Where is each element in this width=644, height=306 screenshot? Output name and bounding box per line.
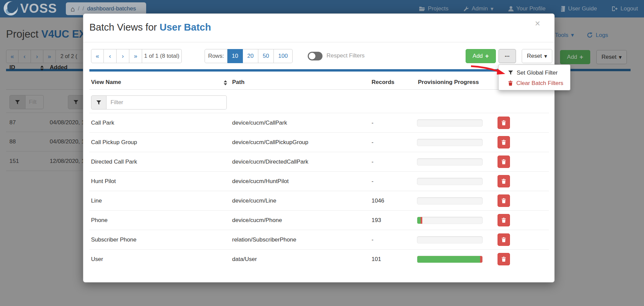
id-cell: 151: [9, 158, 19, 165]
page-count-label: 1 of 1 (8 total): [142, 49, 182, 63]
prev-page-button[interactable]: ‹: [104, 49, 117, 63]
id-cell: 88: [9, 138, 16, 145]
background-table-body: 87 04/08/2020, 1 88 04/08/2020, 1 151 12…: [6, 113, 84, 171]
delete-view-button[interactable]: [498, 253, 510, 265]
path-cell: device/cucm/CallPickupGroup: [232, 139, 308, 146]
id-filter-input[interactable]: [26, 95, 44, 109]
trash-icon: [502, 198, 506, 203]
menu-item-label: Set Global Filter: [517, 70, 558, 76]
provisioning-progress-bar: [417, 158, 483, 166]
rows-option-100[interactable]: 100: [274, 49, 293, 63]
records-cell: 101: [372, 256, 381, 263]
brand-text: VOSS: [20, 1, 57, 16]
trash-icon: [502, 179, 506, 184]
progress-error-segment: [480, 256, 482, 263]
nav-admin[interactable]: Admin ▾: [463, 5, 493, 12]
respect-filters-toggle[interactable]: [308, 52, 323, 60]
provisioning-progress-bar: [417, 119, 483, 127]
first-page-button[interactable]: «: [6, 50, 18, 63]
voss-logo-icon: [3, 1, 18, 16]
delete-view-button[interactable]: [498, 117, 510, 129]
records-cell: 1046: [372, 198, 384, 204]
home-icon[interactable]: ⌂: [71, 5, 75, 12]
add-view-button[interactable]: Add+: [466, 49, 496, 63]
sort-icon[interactable]: [40, 65, 44, 71]
modal-title: Batch Views for User Batch: [89, 22, 211, 33]
filter-funnel-button[interactable]: [91, 95, 106, 110]
nav-user-guide[interactable]: User Guide: [560, 5, 597, 12]
view-table-row: Call Park device/cucm/CallPark -: [89, 113, 549, 133]
background-reset-button[interactable]: Reset▾: [596, 50, 627, 64]
menu-item-label: Clear Batch Filters: [516, 80, 563, 87]
path-cell: device/cucm/CallPark: [232, 120, 287, 126]
sort-icon[interactable]: [224, 80, 227, 85]
view-table-body: Call Park device/cucm/CallPark - Call Pi…: [89, 113, 549, 269]
voss-logo[interactable]: VOSS: [3, 1, 57, 16]
project-name: V4UC EX: [41, 28, 83, 40]
close-icon[interactable]: ×: [535, 19, 540, 28]
trash-icon: [502, 218, 506, 223]
trash-icon: [502, 159, 506, 164]
divider: [6, 69, 83, 71]
delete-view-button[interactable]: [498, 194, 510, 207]
menu-item-clear-batch-filters[interactable]: Clear Batch Filters: [499, 78, 570, 88]
wrench-icon: [463, 6, 469, 12]
nav-logout[interactable]: Logout: [612, 5, 638, 12]
view-name-cell: User: [91, 256, 103, 263]
page-title: Project V4UC EX: [6, 28, 83, 40]
book-icon: [560, 6, 565, 12]
filter-funnel-button[interactable]: [68, 95, 84, 109]
funnel-icon: [96, 100, 101, 105]
prev-page-button[interactable]: ‹: [18, 50, 31, 63]
delete-view-button[interactable]: [498, 136, 510, 148]
view-filter-row: [91, 95, 227, 110]
delete-view-button[interactable]: [498, 214, 510, 226]
last-page-button[interactable]: »: [129, 49, 142, 63]
reset-button[interactable]: Reset▾: [522, 49, 552, 63]
provisioning-progress-bar: [417, 197, 483, 205]
batch-views-modal: Batch Views for User Batch × « ‹ › » 1 o…: [83, 13, 555, 282]
nav-projects-label: Projects: [428, 5, 448, 12]
logs-link[interactable]: Logs: [587, 32, 608, 39]
nav-admin-label: Admin: [472, 5, 488, 12]
nav-your-profile[interactable]: Your Profile: [508, 5, 546, 12]
id-cell: 87: [9, 119, 16, 126]
rows-per-page-selector: Rows: 10 20 50 100: [205, 49, 293, 63]
respect-filters-label: Respect Filters: [327, 52, 364, 59]
delete-view-button[interactable]: [498, 175, 510, 187]
filter-funnel-button[interactable]: [9, 95, 26, 109]
provisioning-progress-bar: [417, 217, 483, 224]
background-add-button[interactable]: Add+: [560, 50, 590, 64]
view-name-column-header[interactable]: View Name: [91, 79, 121, 86]
view-table-row: Line device/cucm/Line 1046: [89, 191, 549, 211]
rows-option-20[interactable]: 20: [243, 49, 258, 63]
view-name-filter-input[interactable]: [106, 95, 227, 110]
delete-view-button[interactable]: [498, 156, 510, 168]
path-cell: device/cucm/Line: [232, 198, 276, 204]
trash-icon: [502, 237, 506, 242]
id-column-header[interactable]: ID: [9, 64, 15, 71]
path-column-header[interactable]: Path: [232, 79, 245, 86]
divider: [89, 89, 549, 90]
added-column-header[interactable]: Added: [50, 64, 68, 71]
delete-view-button[interactable]: [498, 233, 510, 246]
next-page-button[interactable]: ›: [117, 49, 129, 63]
menu-item-set-global-filter[interactable]: Set Global Filter: [499, 68, 570, 78]
path-cell: data/User: [232, 256, 257, 263]
view-name-cell: Subscriber Phone: [91, 236, 136, 243]
background-table-row: 151 12/08/2020, 1: [6, 151, 84, 171]
records-cell: -: [372, 159, 374, 165]
view-name-cell: Phone: [91, 217, 108, 224]
view-table-row: Hunt Pilot device/cucm/HuntPilot -: [89, 172, 549, 191]
nav-projects[interactable]: Projects: [419, 5, 448, 12]
more-actions-button[interactable]: •••: [499, 49, 516, 63]
path-cell: relation/SubscriberPhone: [232, 236, 296, 243]
rows-option-50[interactable]: 50: [258, 49, 274, 63]
first-page-button[interactable]: «: [91, 49, 104, 63]
next-page-button[interactable]: ›: [31, 50, 43, 63]
last-page-button[interactable]: »: [43, 50, 56, 63]
rows-option-10[interactable]: 10: [227, 49, 243, 63]
provisioning-progress-bar: [417, 178, 483, 185]
path-cell: device/cucm/Phone: [232, 217, 282, 224]
breadcrumb-current[interactable]: dashboard-batches: [87, 5, 136, 12]
